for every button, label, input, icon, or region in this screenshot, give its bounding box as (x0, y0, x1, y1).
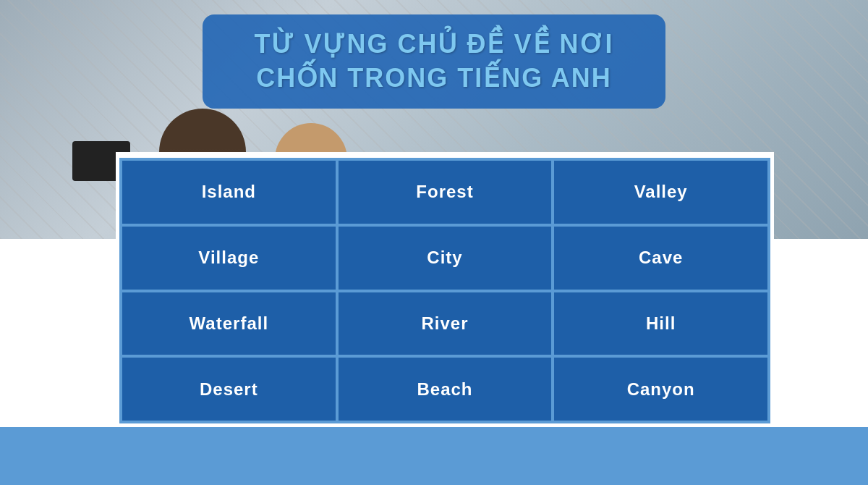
title-line2: CHỐN TRONG TIẾNG ANH (239, 62, 629, 96)
vocab-label-forest: Forest (416, 182, 473, 202)
vocab-label-hill: Hill (646, 313, 676, 334)
vocab-cell-valley[interactable]: Valley (553, 159, 769, 225)
vocab-label-river: River (421, 313, 468, 334)
vocab-cell-beach[interactable]: Beach (337, 356, 553, 422)
vocab-label-cave: Cave (639, 248, 683, 268)
vocab-label-waterfall: Waterfall (190, 313, 268, 334)
vocab-cell-hill[interactable]: Hill (553, 291, 769, 357)
bottom-bar (0, 427, 868, 485)
vocab-cell-desert[interactable]: Desert (121, 356, 337, 422)
vocab-cell-forest[interactable]: Forest (337, 159, 553, 225)
vocab-cell-river[interactable]: River (337, 291, 553, 357)
vocab-cell-cave[interactable]: Cave (553, 225, 769, 291)
vocab-cell-island[interactable]: Island (121, 159, 337, 225)
vocab-label-city: City (427, 248, 462, 268)
vocab-label-desert: Desert (200, 379, 258, 400)
title-box: TỪ VỰNG CHỦ ĐỀ VỀ NƠI CHỐN TRONG TIẾNG A… (203, 14, 665, 109)
vocab-label-valley: Valley (634, 182, 688, 202)
vocab-cell-city[interactable]: City (337, 225, 553, 291)
vocab-cell-canyon[interactable]: Canyon (553, 356, 769, 422)
vocab-label-beach: Beach (417, 379, 472, 400)
vocab-label-canyon: Canyon (627, 379, 695, 400)
vocabulary-grid: IslandForestValleyVillageCityCaveWaterfa… (119, 158, 770, 423)
vocab-label-village: Village (198, 248, 259, 268)
title-line1: TỪ VỰNG CHỦ ĐỀ VỀ NƠI (239, 28, 629, 62)
vocab-label-island: Island (202, 182, 256, 202)
vocab-cell-village[interactable]: Village (121, 225, 337, 291)
vocab-cell-waterfall[interactable]: Waterfall (121, 291, 337, 357)
